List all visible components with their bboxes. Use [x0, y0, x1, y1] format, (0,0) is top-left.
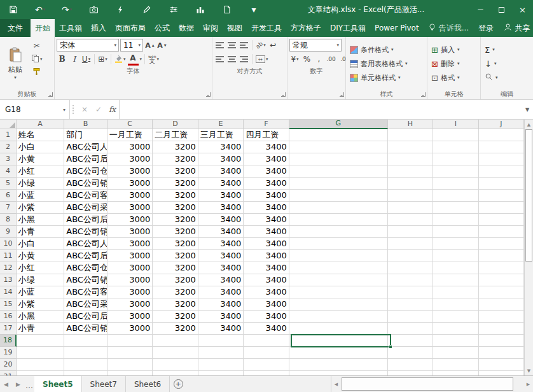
- scroll-right-icon[interactable]: ▶: [523, 376, 533, 392]
- cell-E11[interactable]: 3400: [198, 250, 244, 262]
- cell-F19[interactable]: [244, 347, 289, 359]
- cell-I14[interactable]: [433, 286, 478, 298]
- cell-B8[interactable]: ABC公司后: [64, 214, 107, 226]
- cell-E3[interactable]: 3400: [198, 153, 244, 165]
- expand-formula-bar-icon[interactable]: ▼: [522, 100, 533, 119]
- cell-B3[interactable]: ABC公司后: [64, 153, 107, 165]
- cell-D11[interactable]: 3200: [153, 250, 198, 262]
- styles-dialog-launcher[interactable]: [421, 92, 426, 97]
- cell-C15[interactable]: 3000: [107, 298, 153, 311]
- cell-E7[interactable]: 3400: [198, 202, 244, 214]
- cell-B21[interactable]: [64, 371, 107, 375]
- cell-G20[interactable]: [289, 359, 388, 371]
- column-header-D[interactable]: D: [153, 120, 198, 129]
- cell-B15[interactable]: ABC公司采: [64, 298, 107, 311]
- ribbon-tab-审阅[interactable]: 审阅: [198, 19, 223, 37]
- cell-B19[interactable]: [64, 347, 107, 359]
- dropdown-icon[interactable]: ▾: [457, 47, 460, 52]
- cell-G16[interactable]: [289, 311, 388, 323]
- cell-A8[interactable]: 小黑: [17, 214, 64, 226]
- cell-B4[interactable]: ABC公司仓: [64, 165, 107, 178]
- enter-button[interactable]: ✓: [92, 100, 106, 119]
- share-button[interactable]: 共享: [499, 19, 533, 37]
- row-header-9[interactable]: 9: [0, 226, 17, 238]
- row-header-17[interactable]: 17: [0, 323, 17, 335]
- cell-I11[interactable]: [433, 250, 478, 262]
- cell-styles-button[interactable]: 单元格样式▾: [348, 71, 425, 85]
- cell-J4[interactable]: [479, 165, 524, 178]
- cell-H17[interactable]: [388, 323, 433, 335]
- cell-D10[interactable]: 3200: [153, 238, 198, 250]
- ribbon-tab-开始[interactable]: 开始: [31, 19, 55, 37]
- horizontal-scroll-track[interactable]: [341, 376, 523, 392]
- cell-H11[interactable]: [388, 250, 433, 262]
- cell-C7[interactable]: 3000: [107, 202, 153, 214]
- cell-A2[interactable]: 小白: [17, 141, 64, 153]
- cell-H7[interactable]: [388, 202, 433, 214]
- cell-I13[interactable]: [433, 274, 478, 286]
- percent-style-button[interactable]: %: [301, 53, 312, 66]
- format-painter-button[interactable]: [31, 66, 43, 78]
- orientation-button[interactable]: ab▾: [255, 39, 266, 52]
- cell-C11[interactable]: 3000: [107, 250, 153, 262]
- row-header-18[interactable]: 18: [0, 335, 17, 347]
- cell-G1[interactable]: [289, 129, 388, 141]
- camera-icon[interactable]: [85, 2, 102, 17]
- close-button[interactable]: ×: [512, 0, 533, 19]
- cell-H1[interactable]: [388, 129, 433, 141]
- row-header-3[interactable]: 3: [0, 153, 17, 165]
- dropdown-icon[interactable]: ▾: [457, 61, 460, 66]
- cell-H4[interactable]: [388, 165, 433, 178]
- name-box[interactable]: G18 ▾: [0, 100, 70, 119]
- cell-E18[interactable]: [198, 335, 244, 347]
- cell-A3[interactable]: 小黄: [17, 153, 64, 165]
- cell-E17[interactable]: 3400: [198, 323, 244, 335]
- cell-A4[interactable]: 小红: [17, 165, 64, 178]
- cell-H12[interactable]: [388, 262, 433, 274]
- cell-D19[interactable]: [153, 347, 198, 359]
- cell-A10[interactable]: 小白: [17, 238, 64, 250]
- cell-A7[interactable]: 小紫: [17, 202, 64, 214]
- cell-G15[interactable]: [289, 298, 388, 311]
- cell-I16[interactable]: [433, 311, 478, 323]
- align-right-button[interactable]: [239, 53, 249, 66]
- cell-A1[interactable]: 姓名: [17, 129, 64, 141]
- cell-E16[interactable]: 3400: [198, 311, 244, 323]
- cell-E9[interactable]: 3400: [198, 226, 244, 238]
- ribbon-tab-公式[interactable]: 公式: [150, 19, 174, 37]
- cell-I9[interactable]: [433, 226, 478, 238]
- align-center-button[interactable]: [226, 53, 237, 66]
- cell-B11[interactable]: ABC公司后: [64, 250, 107, 262]
- cell-J11[interactable]: [479, 250, 524, 262]
- cell-H15[interactable]: [388, 298, 433, 311]
- cell-F2[interactable]: 3400: [244, 141, 289, 153]
- cell-C3[interactable]: 3000: [107, 153, 153, 165]
- document-icon[interactable]: [219, 2, 235, 17]
- row-header-6[interactable]: 6: [0, 190, 17, 202]
- borders-button[interactable]: ⊞▾: [97, 53, 108, 66]
- cell-E14[interactable]: 3400: [198, 286, 244, 298]
- font-color-dropdown-icon[interactable]: ▾: [140, 57, 142, 62]
- cell-F18[interactable]: [244, 335, 289, 347]
- wrap-text-button[interactable]: ↩: [268, 39, 279, 52]
- cell-C2[interactable]: 3000: [107, 141, 153, 153]
- cell-J9[interactable]: [479, 226, 524, 238]
- vertical-scrollbar[interactable]: ▲ ▼: [524, 120, 533, 375]
- font-dialog-launcher[interactable]: [206, 92, 211, 97]
- font-name-combo[interactable]: 宋体▾: [57, 39, 119, 52]
- increase-font-button[interactable]: A: [144, 39, 155, 52]
- cell-B13[interactable]: ABC公司销: [64, 274, 107, 286]
- cell-B18[interactable]: [64, 335, 107, 347]
- underline-dropdown-icon[interactable]: ▾: [88, 57, 91, 62]
- cell-J2[interactable]: [479, 141, 524, 153]
- ribbon-tab-文件[interactable]: 文件: [0, 19, 31, 37]
- cell-J15[interactable]: [479, 298, 524, 311]
- row-header-1[interactable]: 1: [0, 129, 17, 141]
- dropdown-icon[interactable]: ▾: [391, 47, 394, 52]
- cell-J1[interactable]: [479, 129, 524, 141]
- cell-G7[interactable]: [289, 202, 388, 214]
- cell-A11[interactable]: 小黄: [17, 250, 64, 262]
- cell-G5[interactable]: [289, 178, 388, 190]
- cell-D1[interactable]: 二月工资: [153, 129, 198, 141]
- cell-C9[interactable]: 3000: [107, 226, 153, 238]
